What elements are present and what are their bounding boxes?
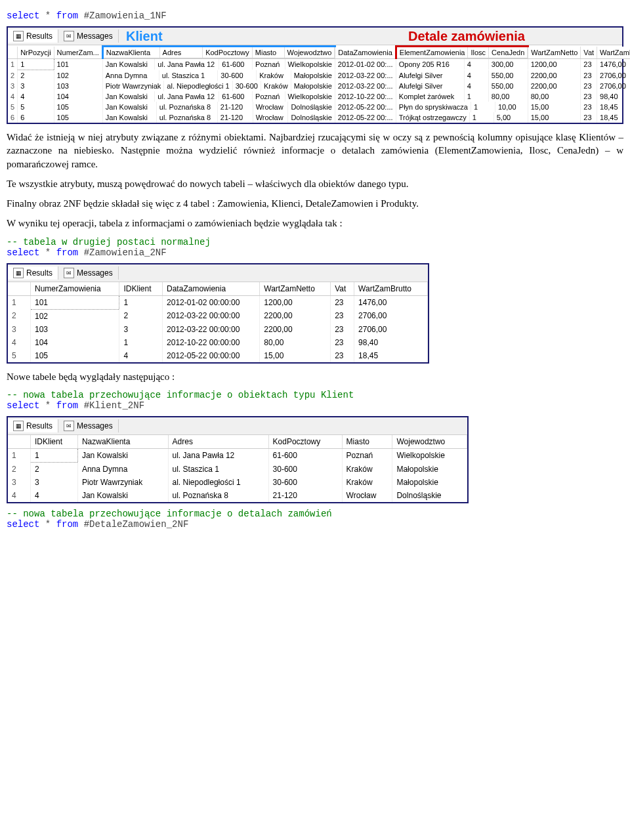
table-cell[interactable]: 2 bbox=[18, 70, 54, 81]
table-cell[interactable]: 550,00 bbox=[488, 81, 528, 91]
table-cell[interactable]: Anna Dymna bbox=[77, 462, 168, 476]
data-table[interactable]: IDKlient NazwaKlienta Adres KodPocztowy … bbox=[8, 435, 467, 502]
table-cell[interactable]: 2012-03-22 00:... bbox=[335, 81, 396, 91]
table-cell[interactable]: 23 bbox=[581, 91, 597, 102]
table-cell[interactable]: 2012-01-02 00:... bbox=[335, 59, 396, 70]
table-cell[interactable]: 1476,00 bbox=[354, 295, 428, 309]
table-cell[interactable]: 3 bbox=[119, 323, 163, 336]
table-cell[interactable]: 6 bbox=[18, 112, 54, 123]
table-cell[interactable]: Małopolskie bbox=[291, 81, 335, 91]
table-cell[interactable]: Dolnośląskie bbox=[288, 112, 335, 123]
table-cell[interactable]: Alufelgi Silver bbox=[396, 81, 465, 91]
tab-messages[interactable]: ✉Messages bbox=[58, 419, 119, 432]
table-cell[interactable]: ul. Jana Pawła 12 bbox=[155, 59, 219, 70]
table-cell[interactable]: 104 bbox=[54, 91, 102, 102]
table-cell[interactable]: al. Niepodległości 1 bbox=[164, 81, 232, 91]
table-row[interactable]: 33Piotr Wawrzyniakal. Niepodległości 130… bbox=[8, 476, 467, 489]
table-cell[interactable]: 300,00 bbox=[488, 59, 528, 70]
table-cell[interactable]: 1200,00 bbox=[260, 295, 331, 309]
col-header[interactable]: WartZamNetto bbox=[260, 282, 331, 296]
table-cell[interactable]: 101 bbox=[54, 59, 102, 70]
table-row[interactable]: 55105Jan Kowalskiul. Poznańska 821-120Wr… bbox=[8, 102, 630, 112]
table-cell[interactable]: 1 bbox=[464, 91, 488, 102]
table-cell[interactable]: Kraków bbox=[261, 81, 291, 91]
table-cell[interactable]: Poznań bbox=[342, 448, 392, 462]
table-cell[interactable]: 1 bbox=[471, 102, 495, 112]
table-cell[interactable]: 2706,00 bbox=[354, 309, 428, 323]
col-header[interactable]: Vat bbox=[331, 282, 354, 296]
table-row[interactable]: 22102Anna Dymnaul. Staszica 130-600Krakó… bbox=[8, 70, 630, 81]
table-cell[interactable]: Kraków bbox=[342, 462, 392, 476]
table-cell[interactable]: 103 bbox=[31, 323, 119, 336]
table-row[interactable]: 210222012-03-22 00:00:002200,00232706,00 bbox=[8, 309, 428, 323]
table-cell[interactable]: 105 bbox=[54, 112, 102, 123]
table-cell[interactable]: 2012-10-22 00:... bbox=[335, 91, 396, 102]
table-cell[interactable]: ul. Poznańska 8 bbox=[156, 102, 217, 112]
table-cell[interactable]: 4 bbox=[31, 489, 78, 502]
table-cell[interactable]: 3 bbox=[31, 476, 78, 489]
table-row[interactable]: 510542012-05-22 00:00:0015,002318,45 bbox=[8, 349, 428, 362]
table-cell[interactable]: ul. Poznańska 8 bbox=[156, 112, 217, 123]
col-header[interactable]: WartZamNetto bbox=[528, 47, 581, 59]
table-cell[interactable]: Wielkopolskie bbox=[285, 59, 335, 70]
table-cell[interactable]: 23 bbox=[581, 70, 597, 81]
table-cell[interactable]: Wrocław bbox=[253, 102, 288, 112]
table-cell[interactable]: 30-600 bbox=[268, 462, 342, 476]
table-cell[interactable]: 1 bbox=[31, 448, 78, 462]
col-header[interactable]: NazwaKlienta bbox=[104, 47, 159, 58]
col-header[interactable]: Adres bbox=[168, 435, 268, 449]
table-cell[interactable]: 61-600 bbox=[219, 59, 253, 70]
table-cell[interactable]: 104 bbox=[31, 336, 119, 349]
table-cell[interactable]: 21-120 bbox=[268, 489, 342, 502]
col-header[interactable]: Miasto bbox=[252, 47, 284, 58]
table-cell[interactable]: 18,45 bbox=[354, 349, 428, 362]
table-cell[interactable]: ul. Jana Pawła 12 bbox=[168, 448, 268, 462]
table-cell[interactable]: 102 bbox=[54, 70, 102, 81]
table-cell[interactable]: 18,45 bbox=[597, 102, 630, 112]
col-header[interactable]: WartZamBrutto bbox=[597, 47, 630, 59]
table-cell[interactable]: 80,00 bbox=[260, 336, 331, 349]
table-cell[interactable]: 103 bbox=[54, 81, 102, 91]
table-cell[interactable]: 23 bbox=[331, 349, 354, 362]
col-header[interactable]: NumerZamowienia bbox=[31, 282, 119, 296]
tab-results[interactable]: ▦Results bbox=[8, 266, 58, 280]
table-cell[interactable]: Piotr Wawrzyniak bbox=[77, 476, 168, 489]
table-cell[interactable]: Małopolskie bbox=[392, 476, 467, 489]
table-cell[interactable]: 15,00 bbox=[528, 102, 581, 112]
table-cell[interactable]: 23 bbox=[581, 112, 597, 123]
data-table[interactable]: NrPozycji NumerZam... NazwaKlienta Adres… bbox=[8, 45, 630, 123]
table-cell[interactable]: Kraków bbox=[257, 70, 291, 81]
table-row[interactable]: 44104Jan Kowalskiul. Jana Pawła 1261-600… bbox=[8, 91, 630, 102]
table-cell[interactable]: Opony 205 R16 bbox=[396, 59, 465, 70]
col-header[interactable]: NumerZam... bbox=[54, 47, 102, 59]
col-header[interactable]: Adres bbox=[159, 47, 203, 58]
table-cell[interactable]: 2012-05-22 00:00:00 bbox=[163, 349, 260, 362]
table-cell[interactable]: 550,00 bbox=[488, 70, 528, 81]
table-cell[interactable]: Wrocław bbox=[253, 112, 288, 123]
table-cell[interactable]: Jan Kowalski bbox=[103, 59, 155, 70]
table-cell[interactable]: 5 bbox=[18, 102, 54, 112]
table-cell[interactable]: 2200,00 bbox=[260, 323, 331, 336]
table-cell[interactable]: Jan Kowalski bbox=[77, 448, 168, 462]
table-cell[interactable]: 98,40 bbox=[597, 91, 630, 102]
table-cell[interactable]: 3 bbox=[18, 81, 54, 91]
col-header[interactable]: IDKlient bbox=[119, 282, 163, 296]
col-header[interactable]: Vat bbox=[581, 47, 597, 59]
col-header[interactable]: Ilosc bbox=[468, 47, 489, 58]
table-cell[interactable]: ul. Poznańska 8 bbox=[168, 489, 268, 502]
table-cell[interactable]: Komplet żarówek bbox=[396, 91, 465, 102]
table-cell[interactable]: 2012-01-02 00:00:00 bbox=[163, 295, 260, 309]
table-cell[interactable]: 2200,00 bbox=[528, 70, 581, 81]
table-cell[interactable]: 5,00 bbox=[494, 112, 528, 123]
table-cell[interactable]: 23 bbox=[581, 102, 597, 112]
table-cell[interactable]: Kraków bbox=[342, 476, 392, 489]
table-cell[interactable]: 2706,00 bbox=[354, 323, 428, 336]
col-header[interactable]: Wojewodztwo bbox=[392, 435, 467, 449]
table-row[interactable]: 33103Piotr Wawrzyniakal. Niepodległości … bbox=[8, 81, 630, 91]
table-cell[interactable]: 4 bbox=[119, 349, 163, 362]
table-cell[interactable]: Wielkopolskie bbox=[392, 448, 467, 462]
table-cell[interactable]: Jan Kowalski bbox=[77, 489, 168, 502]
table-cell[interactable]: 2706,00 bbox=[597, 81, 630, 91]
table-cell[interactable]: 21-120 bbox=[217, 102, 253, 112]
col-header[interactable]: NrPozycji bbox=[18, 47, 54, 59]
